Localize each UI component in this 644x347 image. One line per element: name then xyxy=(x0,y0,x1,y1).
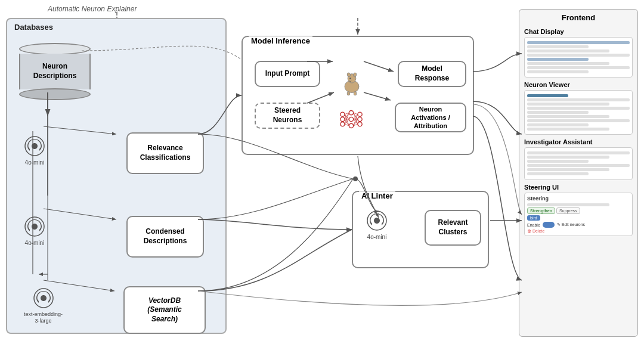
nn-icon xyxy=(339,109,363,130)
suppress-btn: Suppress xyxy=(556,207,580,214)
investigator-card xyxy=(524,147,633,180)
neuron-descriptions-cylinder: NeuronDescriptions xyxy=(19,43,91,100)
svg-rect-9 xyxy=(354,92,356,95)
ai-linter-model-label: 4o-mini xyxy=(367,234,387,240)
frontend-panel: Frontend Chat Display Neuron Viewer xyxy=(519,9,638,337)
nv-line-5 xyxy=(527,111,589,114)
inv-line-5 xyxy=(527,168,609,171)
steering-label: Steering xyxy=(527,196,549,202)
svg-point-12 xyxy=(340,122,345,126)
neuron-viewer-card xyxy=(524,90,633,135)
inv-line-4 xyxy=(527,164,630,167)
ai-linter-openai-icon xyxy=(366,210,388,231)
relevance-classifications-box: Relevance Classifications xyxy=(126,132,204,174)
model-response-box: Model Response xyxy=(398,61,466,87)
chat-display-card xyxy=(524,37,633,78)
openai-icon-1 xyxy=(24,135,45,157)
steering-ui-title: Steering UI xyxy=(524,184,633,191)
edit-neurons-label: ✎ Edit neurons xyxy=(557,222,585,227)
frontend-title: Frontend xyxy=(519,10,637,24)
chat-line-2 xyxy=(527,45,589,48)
svg-point-10 xyxy=(340,112,345,116)
enable-label: Enable xyxy=(527,223,540,227)
chat-line-1 xyxy=(527,41,630,44)
chat-line-5 xyxy=(527,58,589,61)
arrow-bottom-to-steering xyxy=(198,291,522,305)
st-button-row: Strengthen Suppress xyxy=(527,207,630,214)
inv-line-1 xyxy=(527,151,630,154)
model-label-2: 4o-mini xyxy=(25,240,45,246)
st-controls-row: Enable ✎ Edit neurons xyxy=(527,222,630,228)
condensed-label: Condensed Descriptions xyxy=(134,227,197,246)
neuron-viewer-title: Neuron Viewer xyxy=(524,81,633,88)
neuron-viewer-section: Neuron Viewer xyxy=(524,81,633,135)
ai-linter-openai-group: 4o-mini xyxy=(366,210,388,240)
main-container: Automatic Neuron Explainer Databases Neu… xyxy=(0,0,644,347)
chat-line-7 xyxy=(527,66,630,69)
steered-neurons-box: Steered Neurons xyxy=(255,103,320,129)
inv-line-3 xyxy=(527,160,589,163)
bird-tag: bird xyxy=(527,215,540,221)
st-line-1 xyxy=(527,203,609,206)
chat-display-title: Chat Display xyxy=(524,28,633,35)
ai-linter-title: AI Linter xyxy=(359,191,395,200)
svg-point-6 xyxy=(353,72,357,77)
llama-icon xyxy=(341,73,363,94)
arrow-na-to-nv xyxy=(473,101,522,134)
databases-title: Databases xyxy=(14,23,53,32)
chat-line-4 xyxy=(527,54,630,57)
st-tag-row: bird xyxy=(527,215,630,221)
steering-ui-section: Steering UI Steering Strengthen Suppress… xyxy=(524,184,633,236)
nv-line-2 xyxy=(527,98,630,101)
chat-line-3 xyxy=(527,49,609,52)
strengthen-btn: Strengthen xyxy=(527,207,555,214)
svg-point-5 xyxy=(346,72,351,77)
model-label-1: 4o-mini xyxy=(25,159,45,166)
investigator-title: Investigator Assistant xyxy=(524,138,633,145)
nv-line-1 xyxy=(527,94,568,97)
steering-ui-card: Steering Strengthen Suppress bird Enable… xyxy=(524,193,633,236)
nv-line-4 xyxy=(527,107,630,110)
openai-icon-2-group: 4o-mini xyxy=(24,216,45,246)
nv-line-8 xyxy=(527,123,589,126)
toggle-enable[interactable] xyxy=(543,222,555,228)
ai-linter-panel: AI Linter 4o-mini Relevant Clusters xyxy=(352,191,489,268)
inv-line-2 xyxy=(527,156,609,159)
model-label-3: text-embedding-3-large xyxy=(24,311,63,324)
investigator-section: Investigator Assistant xyxy=(524,138,633,180)
svg-rect-8 xyxy=(347,92,349,95)
databases-panel: Databases NeuronDescriptions 4o-mini xyxy=(6,18,227,334)
llama-icon-group xyxy=(341,73,363,94)
svg-point-15 xyxy=(349,123,353,128)
delete-btn: 🗑 Delete xyxy=(527,229,630,233)
inv-line-6 xyxy=(527,172,589,175)
model-inference-title: Model Inference xyxy=(249,36,312,45)
arrow-mr-to-chat xyxy=(473,54,522,72)
openai-icon-3 xyxy=(33,287,54,309)
chat-line-6 xyxy=(527,62,609,65)
nv-line-3 xyxy=(527,103,609,106)
openai-icon-1-group: 4o-mini xyxy=(24,135,45,166)
neuron-desc-label: NeuronDescriptions xyxy=(33,62,77,80)
nv-line-6 xyxy=(527,115,609,118)
svg-point-13 xyxy=(349,110,353,114)
openai-icon-2 xyxy=(24,216,45,237)
svg-point-17 xyxy=(358,117,362,121)
nn-icon-group xyxy=(339,109,363,130)
cyl-bottom xyxy=(19,88,91,100)
cyl-main: NeuronDescriptions xyxy=(19,54,91,89)
vectordb-label: VectorDB(SemanticSearch) xyxy=(147,296,181,324)
nv-line-7 xyxy=(527,119,630,122)
auto-label: Automatic Neuron Explainer xyxy=(48,5,137,13)
model-inference-panel: Model Inference Input Prompt Steered Neu… xyxy=(242,36,474,155)
svg-point-18 xyxy=(358,122,362,126)
relevance-label: Relevance Classifications xyxy=(134,144,197,162)
convergence-dot xyxy=(353,176,358,181)
input-prompt-box: Input Prompt xyxy=(255,61,320,87)
chat-display-section: Chat Display xyxy=(524,28,633,78)
openai-icon-3-group: text-embedding-3-large xyxy=(24,287,63,324)
chat-line-8 xyxy=(527,70,589,73)
relevant-clusters-box: Relevant Clusters xyxy=(425,210,481,246)
svg-point-14 xyxy=(349,117,353,121)
neuron-activations-box: Neuron Activations / Attribution xyxy=(395,103,466,132)
